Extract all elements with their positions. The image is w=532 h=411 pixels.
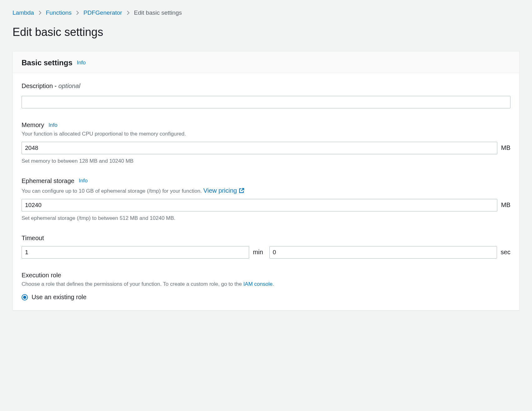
timeout-min-unit: min [253,249,263,256]
external-link-icon [239,188,244,193]
storage-label: Ephemeral storage [22,177,74,185]
breadcrumb-current: Edit basic settings [134,9,182,16]
storage-desc: You can configure up to 10 GB of ephemer… [22,186,510,195]
execution-role-label: Execution role [22,272,61,279]
page-title: Edit basic settings [13,26,519,39]
storage-constraint: Set ephemeral storage (/tmp) to between … [22,215,510,221]
breadcrumb-functions[interactable]: Functions [46,9,72,16]
description-input[interactable] [22,96,510,108]
memory-input[interactable] [22,142,497,154]
chevron-right-icon [76,10,79,15]
chevron-right-icon [127,10,130,15]
breadcrumb: Lambda Functions PDFGenerator Edit basic… [13,6,519,16]
storage-info-link[interactable]: Info [79,178,88,184]
memory-constraint: Set memory to between 128 MB and 10240 M… [22,158,510,164]
memory-field: Memory Info Your function is allocated C… [22,121,510,164]
execution-role-desc: Choose a role that defines the permissio… [22,280,510,288]
basic-settings-panel: Basic settings Info Description - option… [13,51,519,310]
breadcrumb-lambda[interactable]: Lambda [13,9,34,16]
radio-icon [22,294,28,300]
description-field: Description - optional [22,82,510,108]
iam-console-link[interactable]: IAM console [243,281,273,287]
timeout-label: Timeout [22,235,44,242]
timeout-sec-unit: sec [501,249,510,256]
memory-desc: Your function is allocated CPU proportio… [22,130,510,138]
timeout-field: Timeout min sec [22,235,510,259]
timeout-sec-input[interactable] [269,246,497,259]
view-pricing-link[interactable]: View pricing [203,186,244,195]
info-link[interactable]: Info [77,60,86,66]
storage-unit: MB [501,201,510,209]
memory-unit: MB [501,144,510,151]
description-label: Description - optional [22,82,510,90]
timeout-min-input[interactable] [22,246,249,259]
breadcrumb-pdfgenerator[interactable]: PDFGenerator [83,9,122,16]
radio-label: Use an existing role [32,294,87,301]
panel-header: Basic settings Info [13,52,519,73]
storage-input[interactable] [22,199,497,211]
memory-label: Memory [22,121,44,129]
execution-role-field: Execution role Choose a role that define… [22,272,510,301]
chevron-right-icon [38,10,42,15]
panel-title: Basic settings [22,58,73,67]
storage-field: Ephemeral storage Info You can configure… [22,177,510,221]
use-existing-role-radio[interactable]: Use an existing role [22,294,510,301]
memory-info-link[interactable]: Info [48,122,57,128]
